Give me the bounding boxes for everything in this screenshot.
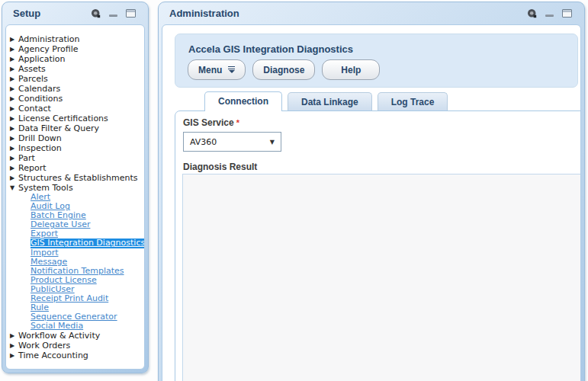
diagnostics-section-title: Accela GIS Integration Diagnostics — [188, 43, 353, 55]
chevron-right-icon: ▶ — [10, 94, 18, 104]
tree-item-label: Contact — [18, 104, 51, 114]
minimize-icon[interactable] — [545, 14, 554, 17]
tree-item-label: Drill Down — [18, 133, 62, 143]
setup-panel-header: Setup — [2, 2, 148, 23]
diagnostics-tab-area: ConnectionData LinkageLog Trace GIS Serv… — [175, 91, 581, 381]
select-dropdown-arrow-icon: ▼ — [270, 139, 275, 146]
tree-item-structures-establishments[interactable]: ▶Structures & Establishments — [10, 173, 143, 183]
chevron-down-icon: ▼ — [10, 183, 18, 193]
diagnose-button[interactable]: Diagnose — [252, 59, 315, 80]
gis-service-label: GIS Service* — [183, 117, 239, 128]
chevron-right-icon: ▶ — [10, 104, 18, 114]
tree-item-calendars[interactable]: ▶Calendars — [10, 84, 143, 94]
tree-item-label: Parcels — [18, 74, 48, 84]
administration-panel: Administration Accela GIS Integration Di… — [158, 2, 585, 381]
chevron-right-icon: ▶ — [10, 74, 18, 84]
tree-item-label: Work Orders — [18, 341, 70, 351]
administration-panel-header: Administration — [159, 2, 584, 23]
administration-panel-body: Accela GIS Integration Diagnostics Menu … — [162, 24, 581, 381]
tree-item-contact[interactable]: ▶Contact — [10, 104, 143, 114]
tree-link-message[interactable]: Message — [31, 258, 67, 267]
menu-dropdown-icon — [228, 66, 235, 74]
setup-window-controls — [91, 8, 136, 18]
help-button[interactable]: Help — [322, 59, 380, 80]
tree-item-label: Time Accounting — [18, 351, 88, 360]
tree-item-workflow-activity[interactable]: ▶Workflow & Activity — [10, 331, 143, 341]
tree-item-agency-profile[interactable]: ▶Agency Profile — [10, 44, 143, 54]
setup-panel: Setup ▶Administration▶Agency Profile▶App… — [2, 2, 149, 373]
required-asterisk-icon: * — [236, 118, 239, 127]
tree-item-drill-down[interactable]: ▶Drill Down — [10, 133, 143, 143]
tree-item-label: Assets — [18, 64, 46, 74]
chevron-right-icon: ▶ — [10, 34, 18, 44]
chevron-right-icon: ▶ — [10, 351, 18, 360]
maximize-icon[interactable] — [126, 9, 136, 18]
tree-link-import[interactable]: Import — [31, 248, 59, 258]
tree-item-inspection[interactable]: ▶Inspection — [10, 143, 143, 153]
tree-item-work-orders[interactable]: ▶Work Orders — [10, 341, 143, 351]
chevron-right-icon: ▶ — [10, 44, 18, 54]
tree-item-label: Data Filter & Query — [18, 123, 99, 133]
tree-item-parcels[interactable]: ▶Parcels — [10, 74, 143, 84]
tab-connection[interactable]: Connection — [204, 91, 282, 110]
chevron-right-icon: ▶ — [10, 153, 18, 163]
tab-data-linkage[interactable]: Data Linkage — [288, 92, 372, 110]
menu-button-label: Menu — [198, 65, 222, 75]
chevron-right-icon: ▶ — [10, 64, 18, 74]
tab-log-trace[interactable]: Log Trace — [378, 92, 448, 110]
menu-button[interactable]: Menu — [188, 59, 246, 80]
gis-service-select-value: AV360 — [190, 137, 217, 147]
tree-item-report[interactable]: ▶Report — [10, 163, 143, 173]
chevron-right-icon: ▶ — [10, 341, 18, 351]
diagnosis-result-label: Diagnosis Result — [183, 162, 257, 172]
setup-panel-body: ▶Administration▶Agency Profile▶Applicati… — [5, 24, 145, 370]
tree-item-label: Application — [18, 54, 65, 64]
diagnose-button-label: Diagnose — [263, 65, 304, 75]
portlet-menu-icon[interactable] — [91, 8, 101, 18]
tree-item-label: Agency Profile — [18, 44, 79, 54]
diagnostics-header-section: Accela GIS Integration Diagnostics Menu … — [175, 34, 578, 88]
chevron-right-icon: ▶ — [10, 173, 18, 183]
tree-item-assets[interactable]: ▶Assets — [10, 64, 143, 74]
tree-item-label: Part — [18, 153, 35, 163]
portlet-menu-icon[interactable] — [527, 8, 537, 18]
tree-item-part[interactable]: ▶Part — [10, 153, 143, 163]
chevron-right-icon: ▶ — [10, 123, 18, 133]
tree-item-label: Inspection — [18, 143, 62, 153]
connection-tab-content: GIS Service* AV360 ▼ Diagnosis Result — [175, 110, 581, 381]
setup-tree: ▶Administration▶Agency Profile▶Applicati… — [6, 25, 144, 360]
tree-item-label: Conditions — [18, 94, 63, 104]
tree-item-conditions[interactable]: ▶Conditions — [10, 94, 143, 104]
gis-service-select[interactable]: AV360 ▼ — [183, 132, 281, 152]
tree-link-social-media[interactable]: Social Media — [31, 322, 83, 331]
tree-item-label: License Certifications — [18, 114, 108, 123]
chevron-right-icon: ▶ — [10, 54, 18, 64]
tree-link-gis-integration-diagnostics[interactable]: GIS Integration Diagnostics — [31, 239, 145, 248]
chevron-right-icon: ▶ — [10, 143, 18, 153]
tree-item-data-filter-query[interactable]: ▶Data Filter & Query — [10, 123, 143, 133]
tree-item-label: Administration — [18, 34, 80, 44]
diagnosis-result-box — [182, 174, 581, 381]
setup-panel-title: Setup — [13, 8, 40, 19]
tab-row: ConnectionData LinkageLog Trace — [175, 91, 581, 110]
help-button-label: Help — [341, 65, 361, 75]
chevron-right-icon: ▶ — [10, 84, 18, 94]
administration-panel-title: Administration — [169, 8, 239, 19]
minimize-icon[interactable] — [109, 14, 117, 17]
administration-window-controls — [527, 8, 572, 18]
tree-item-time-accounting[interactable]: ▶Time Accounting — [10, 351, 143, 360]
tree-item-label: Workflow & Activity — [18, 331, 100, 341]
tree-item-label: Report — [18, 163, 46, 173]
chevron-right-icon: ▶ — [10, 133, 18, 143]
tree-item-administration[interactable]: ▶Administration — [10, 34, 143, 44]
tree-item-label: Calendars — [18, 84, 60, 94]
tree-item-label: Structures & Establishments — [18, 173, 138, 183]
tree-item-application[interactable]: ▶Application — [10, 54, 143, 64]
diagnostics-button-row: Menu Diagnose Help — [188, 59, 380, 80]
chevron-right-icon: ▶ — [10, 331, 18, 341]
tree-item-license-certifications[interactable]: ▶License Certifications — [10, 114, 143, 123]
chevron-right-icon: ▶ — [10, 163, 18, 173]
maximize-icon[interactable] — [562, 9, 572, 18]
chevron-right-icon: ▶ — [10, 114, 18, 123]
